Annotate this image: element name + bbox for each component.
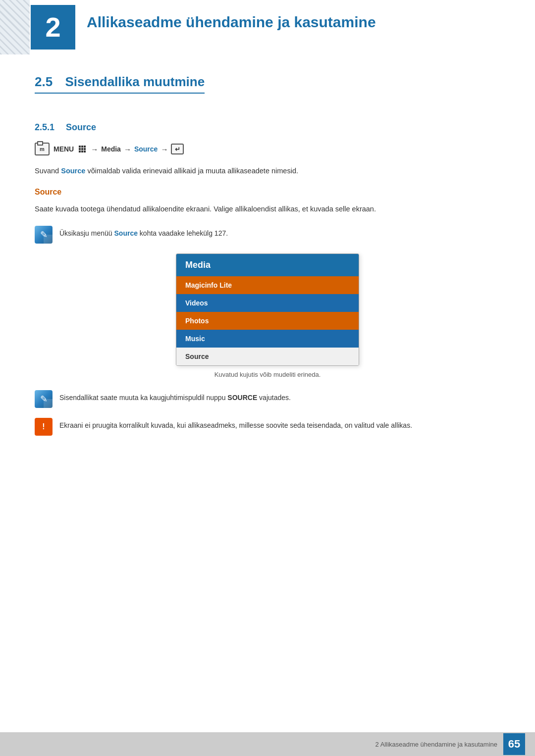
source-body-text: Saate kuvada tootega ühendatud allikaloe… bbox=[35, 203, 500, 215]
arrow3: → bbox=[160, 145, 168, 153]
image-caption: Kuvatud kujutis võib mudeliti erineda. bbox=[35, 371, 500, 378]
note-block-2: ✎ Sisendallikat saate muuta ka kaugjuhti… bbox=[35, 390, 500, 408]
source-label: Source bbox=[134, 145, 158, 153]
note-text-3: Ekraani ei pruugita korralikult kuvada, … bbox=[59, 418, 412, 431]
header-title: Allikaseadme ühendamine ja kasutamine bbox=[87, 14, 376, 31]
intro-text: Suvand Source võimaldab valida erinevaid… bbox=[35, 165, 500, 177]
section-number: 2.5 bbox=[35, 74, 53, 89]
source-bold-note2: SOURCE bbox=[227, 394, 257, 402]
section-title: Sisendallika muutmine bbox=[65, 74, 205, 89]
source-bold-note1: Source bbox=[114, 229, 138, 237]
chapter-number: 2 bbox=[45, 13, 60, 41]
pencil-symbol-2: ✎ bbox=[40, 394, 48, 404]
note-block-3: ! Ekraani ei pruugita korralikult kuvada… bbox=[35, 418, 500, 436]
warning-symbol: ! bbox=[42, 422, 45, 431]
footer-page: 65 bbox=[503, 733, 525, 755]
footer: 2 Allikaseadme ühendamine ja kasutamine … bbox=[0, 732, 535, 756]
pencil-symbol-1: ✎ bbox=[40, 229, 48, 240]
media-menu-header: Media bbox=[176, 254, 359, 276]
menu-item-source-label: Source bbox=[185, 353, 209, 360]
menu-icon: m bbox=[35, 143, 50, 155]
info-icon-2: ✎ bbox=[35, 390, 53, 408]
footer-text: 2 Allikaseadme ühendamine ja kasutamine bbox=[375, 741, 497, 748]
menu-label: MENU bbox=[54, 145, 74, 153]
menu-item-videos-label: Videos bbox=[185, 299, 208, 307]
source-bold-intro: Source bbox=[61, 167, 85, 175]
menu-item-music: Music bbox=[176, 330, 359, 348]
note-text-2: Sisendallikat saate muuta ka kaugjuhtimi… bbox=[59, 390, 291, 403]
menu-item-music-label: Music bbox=[185, 335, 205, 343]
subsection-heading: 2.5.1 Source bbox=[35, 122, 500, 133]
menu-item-magicinfo: Magicinfo Lite bbox=[176, 276, 359, 294]
subsection-title: Source bbox=[66, 122, 96, 132]
media-label: Media bbox=[101, 145, 121, 153]
warning-icon: ! bbox=[35, 418, 53, 436]
header-stripe bbox=[0, 0, 30, 54]
menu-item-magicinfo-label: Magicinfo Lite bbox=[185, 281, 232, 289]
info-icon-1: ✎ bbox=[35, 226, 53, 244]
enter-icon: ↵ bbox=[171, 144, 184, 154]
note-text-1: Üksikasju menüü Source kohta vaadake leh… bbox=[59, 226, 228, 239]
menu-path: m MENU → Media → Source → ↵ bbox=[35, 143, 500, 155]
arrow2: → bbox=[124, 145, 131, 153]
subsection-number: 2.5.1 bbox=[35, 122, 54, 132]
menu-item-photos-label: Photos bbox=[185, 317, 209, 325]
page-header: 2 Allikaseadme ühendamine ja kasutamine bbox=[0, 0, 535, 54]
media-header-label: Media bbox=[185, 260, 211, 270]
source-subheading: Source bbox=[35, 188, 500, 197]
menu-item-videos: Videos bbox=[176, 294, 359, 312]
arrow1: → bbox=[91, 145, 98, 153]
media-menu-screenshot: Media Magicinfo Lite Videos Photos Music… bbox=[176, 253, 359, 366]
menu-item-photos: Photos bbox=[176, 312, 359, 330]
menu-item-source: Source bbox=[176, 348, 359, 365]
chapter-box: 2 bbox=[31, 5, 75, 50]
note-block-1: ✎ Üksikasju menüü Source kohta vaadake l… bbox=[35, 226, 500, 244]
main-content: 2.5 Sisendallika muutmine 2.5.1 Source m… bbox=[0, 54, 535, 485]
section-heading: 2.5 Sisendallika muutmine bbox=[35, 74, 205, 94]
